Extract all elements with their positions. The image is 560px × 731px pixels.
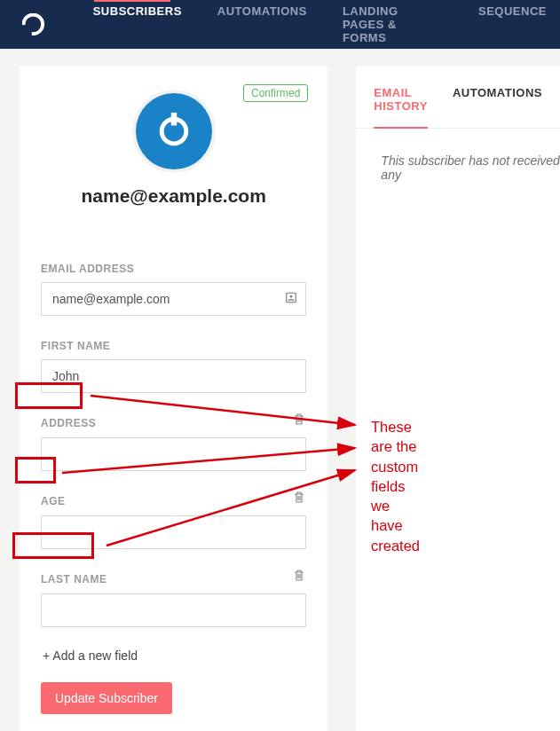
age-input[interactable] (41, 515, 306, 549)
update-subscriber-button[interactable]: Update Subscriber (41, 682, 172, 714)
age-label: AGE (41, 495, 66, 507)
brand-logo[interactable] (22, 12, 44, 37)
email-field-row: EMAIL ADDRESS (41, 260, 306, 316)
nav-automations[interactable]: AUTOMATIONS (217, 4, 307, 44)
right-tabs: EMAIL HISTORY AUTOMATIONS (356, 67, 560, 129)
tab-automations[interactable]: AUTOMATIONS (453, 67, 542, 128)
last-name-input[interactable] (41, 593, 306, 627)
address-input[interactable] (41, 437, 306, 471)
custom-field-age: AGE (41, 492, 306, 549)
nav-active-indicator (94, 0, 170, 2)
custom-field-address: ADDRESS (41, 414, 306, 471)
first-name-field-row: FIRST NAME (41, 337, 306, 393)
svg-rect-3 (170, 113, 177, 126)
address-label: ADDRESS (41, 417, 96, 429)
svg-rect-1 (22, 25, 32, 35)
main-nav: SUBSCRIBERS AUTOMATIONS LANDING PAGES & … (93, 4, 547, 44)
nav-sequences[interactable]: SEQUENCE (478, 4, 547, 44)
nav-subscribers[interactable]: SUBSCRIBERS (93, 4, 182, 44)
subscriber-card: Confirmed name@example.com EMAIL ADDRESS (20, 67, 327, 731)
contact-card-icon (285, 292, 297, 307)
email-label: EMAIL ADDRESS (41, 263, 134, 275)
last-name-label: LAST NAME (41, 573, 107, 586)
add-field-link[interactable]: + Add a new field (43, 648, 306, 663)
svg-point-5 (290, 295, 293, 298)
trash-icon[interactable] (292, 491, 306, 505)
page-body: Confirmed name@example.com EMAIL ADDRESS (0, 49, 560, 731)
tab-email-history[interactable]: EMAIL HISTORY (374, 67, 428, 129)
nav-landing-pages[interactable]: LANDING PAGES & FORMS (343, 4, 443, 44)
avatar (136, 93, 212, 169)
empty-history-message: This subscriber has not received any (356, 129, 560, 182)
first-name-input[interactable] (41, 359, 306, 393)
trash-icon[interactable] (292, 413, 306, 427)
custom-field-last-name: LAST NAME (41, 570, 306, 627)
trash-icon[interactable] (292, 569, 306, 583)
subscriber-email-heading: name@example.com (41, 185, 306, 207)
avatar-section: name@example.com (41, 86, 306, 207)
email-input[interactable] (41, 282, 306, 316)
status-badge: Confirmed (243, 84, 308, 102)
first-name-label: FIRST NAME (41, 340, 110, 352)
top-navbar: SUBSCRIBERS AUTOMATIONS LANDING PAGES & … (0, 0, 560, 49)
right-panel: EMAIL HISTORY AUTOMATIONS This subscribe… (356, 67, 560, 731)
